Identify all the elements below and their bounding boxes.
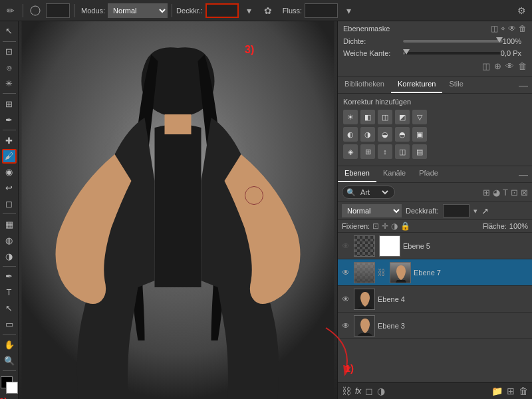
fix-icon-all[interactable]: 🔒 [400, 221, 410, 231]
deckkr-arrow[interactable]: ▾ [241, 3, 257, 19]
corr-btn-hsl[interactable]: ◐ [343, 127, 358, 142]
layer-name-4: Ebene 4 [378, 295, 529, 303]
canvas-area[interactable]: 3) [19, 21, 337, 399]
layer-row-ebene7[interactable]: 👁 ⛓ Ebene 7 [338, 259, 532, 286]
background-swatch[interactable] [6, 382, 18, 394]
action-icon-4[interactable]: 🗑 [518, 61, 527, 71]
layer-icon-adjust[interactable]: T [503, 188, 508, 198]
tool-lasso[interactable]: ⌾ [2, 61, 17, 75]
layers-tabs-minus[interactable]: — [515, 166, 532, 182]
color-swatches[interactable] [1, 376, 18, 394]
ltab-kanaele[interactable]: Kanäle [376, 166, 412, 182]
modus-label: Modus: [81, 7, 105, 15]
mask-icon-1[interactable]: ◫ [491, 24, 498, 33]
corr-btn-exposure[interactable]: ◩ [395, 110, 410, 124]
layer-row-ebene4[interactable]: 👁 Ebene 4 [338, 286, 532, 313]
fix-icon-lock[interactable]: ⊡ [372, 221, 379, 231]
layer-row-ebene3[interactable]: 👁 Ebene 3 [338, 313, 532, 339]
fluss-arrow[interactable]: ▾ [340, 3, 356, 19]
layer-icon-fx[interactable]: ◕ [493, 188, 500, 198]
tool-magic-wand[interactable]: ✳ [2, 76, 17, 91]
tool-healing[interactable]: ✚ [2, 133, 17, 148]
tool-crop[interactable]: ⊞ [2, 96, 17, 111]
dichte-slider[interactable] [403, 40, 503, 43]
fix-icon-art[interactable]: ◑ [391, 221, 398, 231]
layers-fx-icon[interactable]: fx [355, 386, 361, 396]
tool-blur[interactable]: ◍ [2, 233, 17, 247]
mask-icon-3[interactable]: 👁 [508, 24, 516, 33]
tool-stamp[interactable]: ◉ [2, 165, 17, 180]
tool-gradient[interactable]: ▦ [2, 217, 17, 231]
layer-visibility-5[interactable]: 👁 [340, 241, 351, 251]
layer-icon-link[interactable]: ⊡ [511, 188, 518, 198]
layer-icon-new[interactable]: ⊞ [483, 188, 490, 198]
tool-hand[interactable]: ✋ [2, 338, 17, 352]
layers-link-icon[interactable]: ⛓ [342, 386, 351, 396]
deckkraft-input[interactable]: 100% [443, 204, 469, 217]
dichte-row: Dichte: 100% [343, 37, 527, 45]
tool-text[interactable]: T [2, 285, 17, 300]
tab-bibliotheken[interactable]: Bibliotheken [338, 77, 391, 93]
layer-icon-more[interactable]: ⊠ [521, 188, 528, 198]
layer-visibility-7[interactable]: 👁 [340, 267, 351, 278]
tool-pen[interactable]: ✒ [2, 269, 17, 284]
tab-korrekturen[interactable]: Korrekturen [391, 77, 442, 93]
deckkr-input[interactable]: 30% [205, 3, 239, 18]
action-icon-2[interactable]: ⊕ [494, 61, 501, 71]
tool-brush[interactable]: 🖌 [2, 149, 17, 164]
layers-new-icon[interactable]: ⊞ [507, 386, 515, 396]
tool-history[interactable]: ↩ [2, 181, 17, 196]
corr-btn-colorbal[interactable]: ◑ [360, 127, 375, 142]
action-icon-1[interactable]: ◫ [482, 61, 490, 71]
layer-filter-select[interactable]: Art [358, 188, 390, 197]
layer-visibility-4[interactable]: 👁 [340, 294, 351, 305]
layer-row-ebene5[interactable]: 👁 Ebene 5 [338, 233, 532, 259]
tool-shape[interactable]: ▭ [2, 317, 17, 332]
corr-btn-selective[interactable]: ▤ [412, 144, 427, 159]
layers-folder-icon[interactable]: 📁 [491, 386, 503, 396]
options-icon[interactable]: ⚙ [513, 3, 529, 19]
corr-btn-levels[interactable]: ◧ [360, 110, 375, 124]
mask-icon-2[interactable]: ⌖ [501, 24, 505, 33]
layer-thumb-7 [354, 262, 375, 283]
layers-delete-icon[interactable]: 🗑 [519, 386, 528, 396]
airbrush-icon[interactable]: ✿ [260, 3, 276, 19]
tab-stile[interactable]: Stile [442, 77, 469, 93]
layers-mask-icon[interactable]: ◻ [365, 386, 373, 396]
tool-move[interactable]: ↖ [2, 24, 17, 39]
fix-icon-move[interactable]: ✛ [382, 221, 388, 231]
action-icon-3[interactable]: 👁 [505, 61, 514, 71]
corr-btn-curves[interactable]: ◫ [378, 110, 392, 124]
ltab-pfade[interactable]: Pfade [412, 166, 445, 182]
tool-separator4 [3, 213, 16, 214]
layer-search-box[interactable]: 🔍 Art [342, 186, 395, 199]
corr-btn-bw[interactable]: ◒ [378, 127, 392, 142]
ltab-ebenen[interactable]: Ebenen [338, 166, 376, 182]
brush-size-input[interactable]: 99 [46, 3, 70, 18]
tool-eraser[interactable]: ◻ [2, 197, 17, 211]
corr-btn-posterize[interactable]: ⊞ [360, 144, 375, 159]
corr-btn-invert[interactable]: ◈ [343, 144, 358, 159]
corr-btn-channelmix[interactable]: ▣ [412, 127, 427, 142]
corr-btn-threshold[interactable]: ↕ [378, 144, 392, 159]
tool-marquee[interactable]: ⊡ [2, 45, 17, 59]
correction-tabs-minus[interactable]: — [515, 77, 532, 93]
deckkraft-label: Deckkraft: [406, 207, 439, 215]
modus-select[interactable]: Normal [108, 3, 168, 18]
tool-eyedropper[interactable]: ✒ [2, 112, 17, 127]
tool-path-select[interactable]: ↖ [2, 301, 17, 316]
layers-adj-icon[interactable]: ◑ [377, 386, 385, 396]
mask-icon-4[interactable]: 🗑 [519, 24, 527, 33]
corr-btn-photo[interactable]: ◓ [395, 127, 410, 142]
deckkraft-arrow[interactable]: ▾ [473, 207, 477, 215]
svg-rect-3 [165, 114, 192, 134]
fluss-input[interactable]: 100% [305, 3, 338, 18]
layer-visibility-3[interactable]: 👁 [340, 321, 351, 331]
weiche-slider[interactable] [403, 52, 501, 55]
corr-btn-gradient-map[interactable]: ◫ [395, 144, 410, 159]
corr-btn-vibrance[interactable]: ▽ [412, 110, 427, 124]
blend-mode-select[interactable]: Normal [342, 204, 402, 217]
tool-dodge[interactable]: ◑ [2, 249, 17, 263]
tool-zoom[interactable]: 🔍 [2, 353, 17, 368]
corr-btn-brightness[interactable]: ☀ [343, 110, 358, 124]
